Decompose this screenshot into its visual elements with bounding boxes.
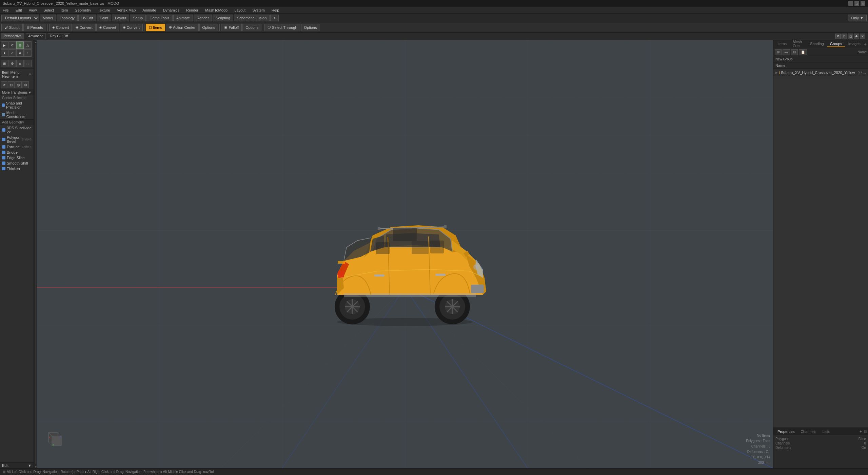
action-center-button[interactable]: ⊕ Action Center — [166, 24, 199, 31]
menu-dynamics[interactable]: Dynamics — [162, 8, 181, 12]
sidebar-polygon-bevel[interactable]: Polygon Bevel Shift+B — [0, 135, 34, 144]
menu-item[interactable]: Item — [59, 8, 69, 12]
tool-up[interactable]: ↑ — [24, 49, 32, 57]
tool-triangle[interactable]: △ — [24, 41, 32, 49]
rp-tab-meshcuts[interactable]: Mesh Cuts — [790, 39, 807, 49]
menu-render[interactable]: Render — [185, 8, 200, 12]
items-button[interactable]: ◻ Items — [146, 24, 165, 31]
rp-tab-add[interactable]: + — [864, 41, 867, 47]
layout-tab-gametools[interactable]: Game Tools — [146, 15, 173, 21]
vp-icon-2[interactable]: □ — [842, 34, 847, 39]
convert-button-4[interactable]: ◈ Convert — [120, 24, 143, 31]
prop-tab-properties[interactable]: Properties — [775, 429, 797, 434]
menu-texture[interactable]: Texture — [97, 8, 112, 12]
sidebar-edge-slice[interactable]: Edge Slice — [0, 155, 34, 160]
edit-dropdown[interactable]: Edit ▼ — [0, 462, 34, 468]
tool-gear[interactable]: ⚙ — [8, 60, 16, 67]
sidebar-bridge[interactable]: Bridge — [0, 150, 34, 155]
close-button[interactable]: ✕ — [861, 1, 865, 6]
ray-gl-button[interactable]: Ray GL: Off — [48, 33, 71, 39]
tool-transform-2[interactable]: ⊡ — [8, 81, 15, 88]
sidebar-smooth-shift[interactable]: Smooth Shift — [0, 160, 34, 166]
tool-transform-1[interactable]: ⟳ — [1, 81, 7, 88]
layout-tab-add[interactable]: + — [270, 15, 278, 21]
convert-button-1[interactable]: ◈ Convert — [49, 24, 72, 31]
mesh-constraints[interactable]: Mesh Constraints — [0, 110, 34, 119]
options-button-2[interactable]: Options — [242, 24, 261, 31]
vp-icon-3[interactable]: ◻ — [848, 34, 853, 39]
tool-text[interactable]: A — [16, 49, 24, 57]
scroll-down[interactable]: ▼ — [35, 466, 37, 468]
groups-delete-btn[interactable]: — — [783, 49, 790, 55]
convert-button-2[interactable]: ◈ Convert — [73, 24, 96, 31]
tool-select[interactable]: ▶ — [1, 41, 8, 49]
tool-resize[interactable]: ⤢ — [8, 49, 16, 57]
layout-tab-only[interactable]: Only ▼ — [848, 15, 867, 21]
tool-scale[interactable]: ⊕ — [16, 41, 24, 49]
layout-tab-layout[interactable]: Layout — [112, 15, 129, 21]
layout-tab-topology[interactable]: Topology — [57, 15, 78, 21]
groups-icon-btn[interactable]: ⊡ — [791, 49, 798, 55]
layout-tab-model[interactable]: Model — [40, 15, 56, 21]
perspective-button[interactable]: Perspective — [1, 33, 24, 39]
menu-edit[interactable]: Edit — [14, 8, 23, 12]
advanced-button[interactable]: Advanced — [26, 33, 45, 39]
menu-vertexmap[interactable]: Vertex Map — [116, 8, 137, 12]
sidebar-thicken[interactable]: Thicken — [0, 166, 34, 171]
vp-icon-4[interactable]: ✚ — [854, 34, 859, 39]
tool-transform-3[interactable]: ◎ — [15, 81, 22, 88]
menu-animate[interactable]: Animate — [141, 8, 157, 12]
layout-tab-scripting[interactable]: Scripting — [213, 15, 233, 21]
layout-tab-paint[interactable]: Paint — [97, 15, 111, 21]
tool-square[interactable]: ◻ — [24, 60, 32, 67]
viewport[interactable]: X Y Z No Items Polygons : Face Channels … — [37, 40, 773, 468]
sidebar-extrude[interactable]: Extrude Shift+X — [0, 144, 34, 150]
presets-button[interactable]: ⊞ Presets — [23, 24, 46, 31]
groups-copy-btn[interactable]: 📋 — [799, 49, 807, 55]
select-through-button[interactable]: ⬡ Select Through — [264, 24, 300, 31]
groups-item-subaru[interactable]: ▶ Subaru_XV_Hybrid_Crossover_2020_Yellow… — [773, 70, 868, 76]
layout-tab-setup[interactable]: Setup — [130, 15, 146, 21]
rp-tab-shading[interactable]: Shading — [807, 41, 826, 47]
tool-grid[interactable]: ⊞ — [1, 60, 8, 67]
layout-tab-render[interactable]: Render — [194, 15, 212, 21]
layout-tab-uvedit[interactable]: UVEdit — [78, 15, 96, 21]
menu-help[interactable]: Help — [270, 8, 281, 12]
menu-layout[interactable]: Layout — [233, 8, 247, 12]
scroll-up[interactable]: ▲ — [35, 41, 37, 43]
vp-icon-5[interactable]: ✕ — [860, 34, 865, 39]
rp-tab-items[interactable]: Items — [775, 41, 789, 47]
menu-view[interactable]: View — [27, 8, 38, 12]
menu-file[interactable]: File — [1, 8, 10, 12]
vp-icon-1[interactable]: ⚙ — [835, 34, 841, 39]
rp-tab-groups[interactable]: Groups — [827, 41, 845, 47]
menu-mashtomodo[interactable]: MashToModo — [204, 8, 229, 12]
rp-tab-images[interactable]: Images — [846, 41, 863, 47]
groups-new-btn[interactable]: ⊞ — [775, 49, 782, 55]
menu-select[interactable]: Select — [42, 8, 55, 12]
item-menu-dropdown[interactable]: Item Menu: New Item ▼ — [0, 70, 34, 79]
more-transforms-row[interactable]: More Transforms ▼ — [0, 90, 34, 95]
tool-diamond[interactable]: ◈ — [16, 60, 24, 67]
tool-star[interactable]: ✦ — [1, 49, 8, 57]
sculpt-button[interactable]: 🖌 Sculpt — [1, 24, 23, 31]
maximize-button[interactable]: □ — [854, 1, 859, 6]
snap-precision[interactable]: Snap and Precision — [0, 100, 34, 110]
menu-system[interactable]: System — [251, 8, 266, 12]
layout-tab-animate[interactable]: Animate — [173, 15, 193, 21]
prop-tab-channels[interactable]: Channels — [798, 429, 819, 434]
convert-button-3[interactable]: ◈ Convert — [96, 24, 119, 31]
options-button-1[interactable]: Options — [199, 24, 218, 31]
menu-geometry[interactable]: Geometry — [73, 8, 92, 12]
tool-rotate[interactable]: ↺ — [8, 41, 16, 49]
minimize-button[interactable]: — — [848, 1, 853, 6]
prop-resize-btn[interactable]: ⊡ — [864, 430, 867, 433]
prop-add-btn[interactable]: + — [860, 429, 862, 434]
falloff-button[interactable]: ◉ Falloff — [221, 24, 242, 31]
options-button-3[interactable]: Options — [301, 24, 320, 31]
prop-tab-lists[interactable]: Lists — [820, 429, 833, 434]
layout-tab-schematic[interactable]: Schematic Fusion — [234, 15, 270, 21]
tool-transform-4[interactable]: ⚙ — [22, 81, 29, 88]
layout-dropdown[interactable]: Default Layouts — [1, 15, 39, 21]
sidebar-3ds-subdivide[interactable]: 3DS Subdivide 2x — [0, 125, 34, 135]
